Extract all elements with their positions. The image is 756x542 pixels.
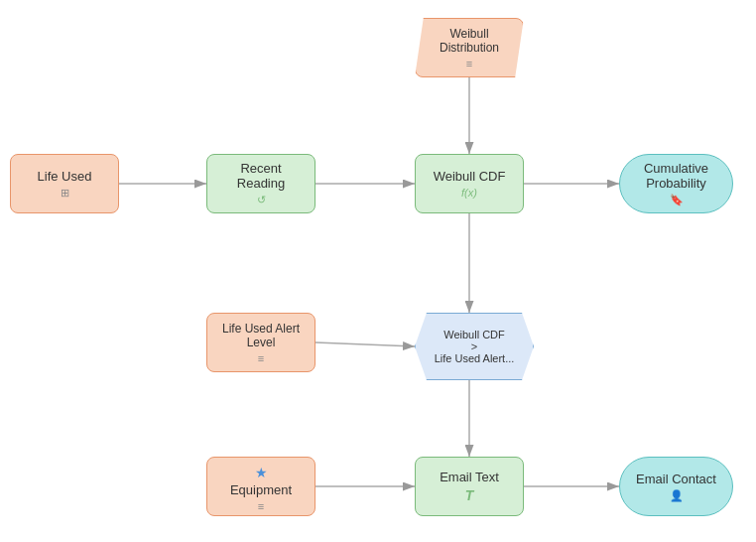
cumulative-probability-label: Cumulative Probability [644,161,708,191]
weibull-cdf-node[interactable]: Weibull CDF f(x) [415,154,524,213]
recent-reading-label: Recent Reading [237,161,285,191]
weibull-cdf-icon: f(x) [461,187,477,199]
email-contact-icon: 👤 [670,489,684,502]
life-used-alert-node[interactable]: Life Used Alert Level ≡ [206,313,315,372]
weibull-distribution-node[interactable]: Weibull Distribution ≡ [415,18,524,77]
email-text-node[interactable]: Email Text T [415,457,524,516]
weibull-distribution-icon: ≡ [466,58,472,69]
weibull-cdf-label: Weibull CDF [434,169,506,184]
decision-label: Weibull CDF > Life Used Alert... [421,329,529,364]
life-used-alert-label: Life Used Alert Level [222,322,300,349]
email-contact-label: Email Contact [636,472,716,486]
life-used-label: Life Used [38,169,92,184]
life-used-node[interactable]: Life Used ⊞ [10,154,119,213]
email-text-label: Email Text [440,470,499,484]
equipment-star-icon: ★ [255,465,268,480]
recent-reading-node[interactable]: Recent Reading ↺ [206,154,315,213]
decision-node[interactable]: Weibull CDF > Life Used Alert... [415,313,534,380]
cumulative-probability-icon: 🔖 [670,194,684,206]
email-text-icon: T [465,487,474,503]
equipment-node[interactable]: ★ Equipment ≡ [206,457,315,516]
equipment-label: Equipment [230,482,292,497]
svg-line-6 [315,342,415,346]
weibull-distribution-label: Weibull Distribution [440,27,499,55]
life-used-alert-icon: ≡ [258,352,264,364]
equipment-icon: ≡ [258,500,264,512]
life-used-icon: ⊞ [61,187,69,200]
recent-reading-icon: ↺ [257,194,266,206]
cumulative-probability-node[interactable]: Cumulative Probability 🔖 [619,154,733,213]
email-contact-node[interactable]: Email Contact 👤 [619,457,733,516]
